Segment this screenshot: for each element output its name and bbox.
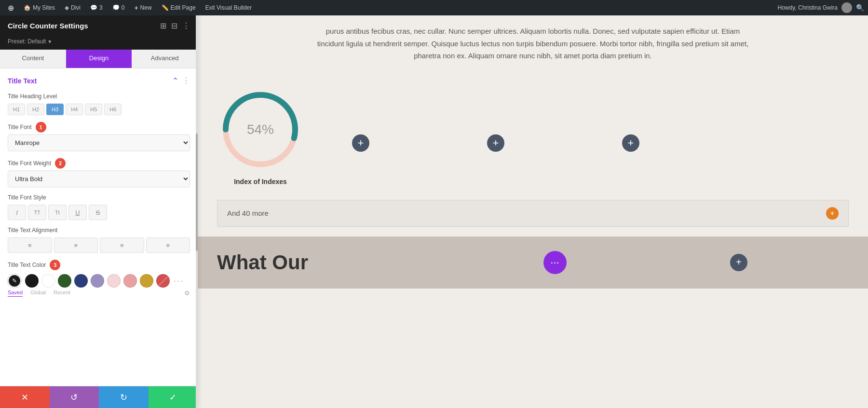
heading-h4[interactable]: H4 xyxy=(66,104,83,115)
title-font-label: Title Font xyxy=(8,124,32,131)
swatch-gold[interactable] xyxy=(140,274,153,288)
edit-icon: ✏️ xyxy=(162,4,169,11)
title-font-weight-row: Title Font Weight 2 xyxy=(8,158,190,169)
heading-h2[interactable]: H2 xyxy=(27,104,44,115)
preset-selector[interactable]: Preset: Default xyxy=(0,36,198,50)
bubble-icon: 💭 xyxy=(112,4,120,11)
circle-percentage: 54% xyxy=(247,122,274,137)
redo-button[interactable]: ↻ xyxy=(99,386,149,408)
divi-menu[interactable]: ◆ Divi xyxy=(61,2,84,13)
edit-page[interactable]: ✏️ Edit Page xyxy=(158,2,200,13)
settings-sidebar: Circle Counter Settings ⊞ ⊟ ⋮ Preset: De… xyxy=(0,15,198,408)
color-picker-row: ✎ ··· xyxy=(8,274,190,288)
comment-icon: 💬 xyxy=(90,4,97,11)
align-right-button[interactable]: ≡ xyxy=(100,237,144,253)
add-btn-1[interactable]: + xyxy=(352,134,369,152)
color-tab-saved[interactable]: Saved xyxy=(8,290,23,297)
tab-content[interactable]: Content xyxy=(0,50,66,68)
add-more-button[interactable]: + xyxy=(826,207,839,220)
color-picker-button[interactable]: ✎ xyxy=(8,274,21,288)
eyedropper-icon: ✎ xyxy=(12,277,17,284)
swatch-red[interactable] xyxy=(156,274,170,288)
add-btn-3[interactable]: + xyxy=(622,134,639,152)
align-justify-button[interactable]: ≡ xyxy=(146,237,190,253)
scrollbar-track xyxy=(196,15,198,408)
sidebar-header-icons: ⊞ ⊟ ⋮ xyxy=(160,21,190,30)
heading-h6[interactable]: H6 xyxy=(104,104,122,115)
italic-button[interactable]: I xyxy=(8,205,26,220)
cancel-button[interactable]: ✕ xyxy=(0,386,50,408)
title-text-section-header: Title Text ⌃ ⋮ xyxy=(8,76,190,85)
color-preset-tabs: Saved Global Recent ⚙ xyxy=(8,290,190,297)
sidebar-scroll-content: Title Text ⌃ ⋮ Title Heading Level H1 H2… xyxy=(0,68,198,386)
circle-section: 54% Index of Indexes + + + xyxy=(217,77,849,195)
search-icon[interactable]: 🔍 xyxy=(856,4,864,12)
heading-level-buttons: H1 H2 H3 H4 H5 H6 xyxy=(8,104,190,115)
divi-icon: ◆ xyxy=(65,4,69,11)
text-color-label: Title Text Color xyxy=(8,262,46,268)
badge-2: 2 xyxy=(55,158,66,169)
title-font-row: Title Font 1 xyxy=(8,122,190,132)
tab-design[interactable]: Design xyxy=(66,50,132,68)
comment-count[interactable]: 💬 3 xyxy=(86,2,107,13)
grid-icon[interactable]: ⊞ xyxy=(160,21,166,30)
footer-title: What Our xyxy=(217,251,308,274)
text-color-row: Title Text Color 3 xyxy=(8,260,190,270)
main-content: purus antibus fecibus cras, nec cullar. … xyxy=(198,15,868,408)
font-style-buttons: I TT Tt U S xyxy=(8,205,190,220)
heading-level-label: Title Heading Level xyxy=(8,93,190,100)
text-align-buttons: ≡ ≡ ≡ ≡ xyxy=(8,237,190,253)
capitalize-button[interactable]: Tt xyxy=(48,205,67,220)
color-tab-global[interactable]: Global xyxy=(30,290,46,297)
add-btn-2[interactable]: + xyxy=(487,134,504,152)
swatch-lavender[interactable] xyxy=(91,274,104,288)
circle-label: Index of Indexes xyxy=(234,178,287,185)
heading-h1[interactable]: H1 xyxy=(8,104,25,115)
heading-h3[interactable]: H3 xyxy=(46,104,64,115)
collapse-icon[interactable]: ⌃ xyxy=(172,76,178,85)
sidebar-title: Circle Counter Settings xyxy=(8,22,88,30)
color-settings-icon[interactable]: ⚙ xyxy=(184,290,190,297)
wp-logo[interactable]: ⊕ xyxy=(4,1,18,14)
scrollbar-thumb[interactable] xyxy=(196,133,198,251)
align-center-button[interactable]: ≡ xyxy=(54,237,98,253)
strikethrough-button[interactable]: S xyxy=(89,205,107,220)
undo-button[interactable]: ↺ xyxy=(50,386,99,408)
section-menu-icon[interactable]: ⋮ xyxy=(182,76,190,85)
swatch-navy[interactable] xyxy=(74,274,88,288)
swatch-white[interactable] xyxy=(41,274,55,288)
add-more-bar: And 40 more + xyxy=(217,200,849,227)
tt-button[interactable]: TT xyxy=(28,205,46,220)
exit-visual-builder[interactable]: Exit Visual Builder xyxy=(202,2,256,13)
columns-icon[interactable]: ⊟ xyxy=(171,21,177,30)
wp-icon: ⊕ xyxy=(8,3,14,13)
add-footer-button[interactable]: + xyxy=(730,254,747,271)
my-sites[interactable]: 🏠 My Sites xyxy=(20,2,59,13)
circle-counter-item: 54% Index of Indexes xyxy=(217,86,304,185)
admin-bar-right: Howdy, Christina Gwira 🔍 xyxy=(778,2,864,13)
save-button[interactable]: ✓ xyxy=(149,386,198,408)
new-button[interactable]: + New xyxy=(130,2,155,13)
more-colors-button[interactable]: ··· xyxy=(174,276,184,286)
comment-count2[interactable]: 💭 0 xyxy=(108,2,129,13)
swatch-green[interactable] xyxy=(58,274,71,288)
title-font-select[interactable]: Manrope xyxy=(8,134,190,151)
heading-h5[interactable]: H5 xyxy=(85,104,102,115)
align-left-button[interactable]: ≡ xyxy=(8,237,52,253)
floating-menu-button[interactable]: ··· xyxy=(543,251,567,274)
color-tab-recent[interactable]: Recent xyxy=(54,290,70,297)
swatch-black[interactable] xyxy=(25,274,39,288)
body-text: purus antibus fecibus cras, nec cullar. … xyxy=(316,25,750,62)
swatch-blush[interactable] xyxy=(107,274,121,288)
section-title: Title Text xyxy=(8,77,37,85)
section-controls: ⌃ ⋮ xyxy=(172,76,190,85)
font-weight-select[interactable]: Ultra Bold xyxy=(8,171,190,187)
more-options-icon[interactable]: ⋮ xyxy=(182,21,190,30)
home-icon: 🏠 xyxy=(24,4,31,11)
title-font-weight-label: Title Font Weight xyxy=(8,160,51,167)
badge-3: 3 xyxy=(50,260,60,270)
underline-button[interactable]: U xyxy=(68,205,87,220)
swatch-rose[interactable] xyxy=(123,274,137,288)
tab-advanced[interactable]: Advanced xyxy=(132,50,198,68)
badge-1: 1 xyxy=(36,122,46,132)
